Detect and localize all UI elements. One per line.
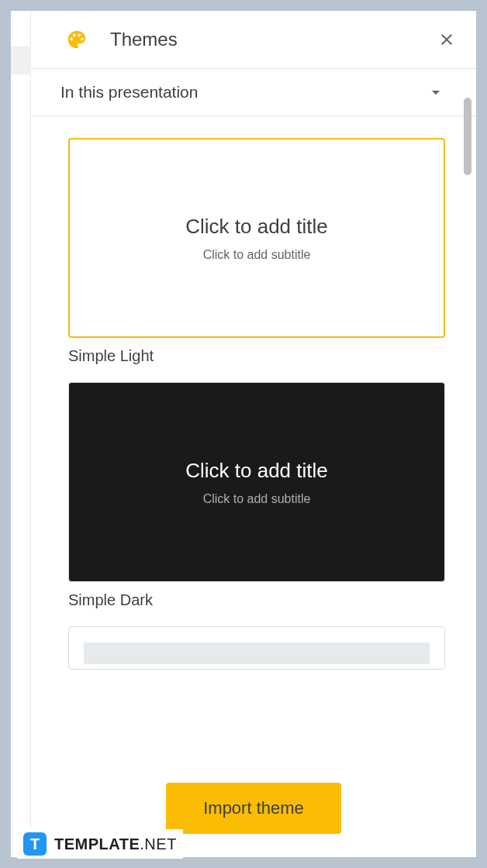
- partial-preview-content: [84, 642, 429, 664]
- scrollbar-thumb[interactable]: [464, 98, 471, 175]
- close-icon: [437, 30, 456, 49]
- theme-name-label: Simple Light: [68, 347, 445, 365]
- svg-point-3: [81, 38, 84, 41]
- left-edge-strip: [11, 11, 31, 857]
- themes-list: Click to add title Click to add subtitle…: [31, 116, 476, 766]
- preview-subtitle-text: Click to add subtitle: [203, 248, 311, 262]
- close-button[interactable]: [436, 29, 458, 50]
- svg-point-2: [78, 34, 81, 37]
- theme-name-label: Simple Dark: [68, 591, 445, 609]
- left-strip-highlight: [11, 46, 31, 74]
- preview-subtitle-text: Click to add subtitle: [203, 492, 311, 506]
- panel-title: Themes: [110, 29, 436, 50]
- theme-preview-simple-dark[interactable]: Click to add title Click to add subtitle: [68, 382, 445, 582]
- watermark-t-icon: T: [23, 832, 47, 856]
- theme-preview-partial[interactable]: [68, 626, 445, 670]
- theme-item-partial: [68, 626, 445, 670]
- theme-item-simple-light: Click to add title Click to add subtitle…: [68, 138, 445, 365]
- svg-point-0: [70, 38, 73, 41]
- import-theme-button[interactable]: Import theme: [166, 783, 341, 834]
- preview-title-text: Click to add title: [185, 215, 328, 239]
- watermark-text: TEMPLATE.NET: [54, 835, 177, 853]
- theme-item-simple-dark: Click to add title Click to add subtitle…: [68, 382, 445, 609]
- section-dropdown[interactable]: In this presentation: [31, 69, 476, 116]
- themes-panel: Themes In this presentation Click to add…: [31, 11, 476, 857]
- watermark-text-bold: TEMPLATE: [54, 835, 140, 852]
- section-label: In this presentation: [60, 83, 427, 102]
- svg-point-1: [73, 34, 76, 37]
- chevron-down-icon: [427, 83, 445, 102]
- preview-title-text: Click to add title: [185, 459, 328, 483]
- watermark: T TEMPLATE.NET: [17, 829, 183, 859]
- palette-icon: [65, 28, 88, 51]
- themes-panel-container: Themes In this presentation Click to add…: [11, 11, 476, 857]
- watermark-text-light: .NET: [140, 835, 177, 852]
- panel-header: Themes: [31, 11, 476, 69]
- theme-preview-simple-light[interactable]: Click to add title Click to add subtitle: [68, 138, 445, 338]
